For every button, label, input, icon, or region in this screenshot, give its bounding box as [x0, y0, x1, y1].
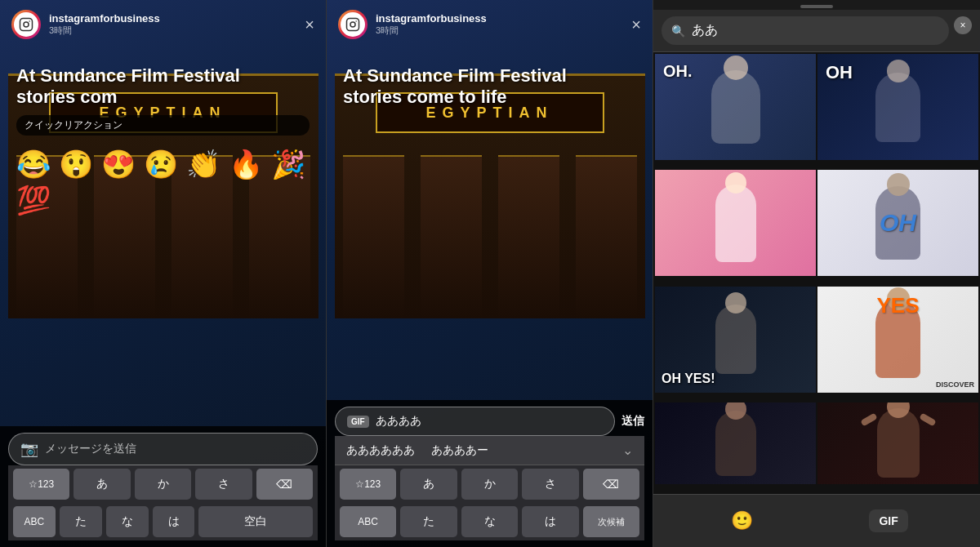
gif-search-header: 🔍 ああ ×: [653, 10, 980, 52]
svg-point-4: [350, 22, 355, 27]
ig-logo: [14, 12, 38, 37]
gif-label-4: OH: [880, 209, 916, 237]
gif-cell-1[interactable]: OH.: [655, 54, 816, 160]
story-bottom-1: 📷 メッセージを送信 ☆123 あ か さ ⌫ ABC た な は 空白: [0, 426, 326, 547]
story-panel-1: EGYPTIAN instagramforbusiness 3時間: [0, 0, 327, 547]
svg-rect-0: [20, 19, 33, 31]
kb-row-2-2: ABC た な は 次候補: [335, 503, 644, 540]
theatre-columns-2: [343, 155, 637, 318]
gif-footer: 🙂 GIF: [653, 494, 980, 547]
gif-button[interactable]: GIF: [869, 509, 907, 532]
kb-key-2-a[interactable]: あ: [400, 469, 457, 500]
story-user-info-1: instagramforbusiness 3時間: [49, 12, 296, 37]
kb-key-ha[interactable]: は: [153, 506, 195, 537]
gif-cell-3[interactable]: [655, 170, 816, 276]
kb-row-2: ABC た な は 空白: [8, 503, 318, 540]
story-user-info-2: instagramforbusiness 3時間: [376, 12, 623, 37]
kb-key-space[interactable]: 空白: [198, 506, 313, 537]
theatre-col-2c: [498, 155, 559, 318]
gif-search-bar[interactable]: 🔍 ああ: [662, 16, 949, 45]
gif-input-row: GIF ああああ 送信: [335, 407, 644, 436]
svg-point-1: [24, 22, 29, 27]
story-close-1[interactable]: ×: [305, 16, 314, 34]
gif-search-input[interactable]: ああ: [692, 22, 939, 39]
story-header-2: instagramforbusiness 3時間 ×: [327, 0, 653, 49]
gif-cell-7[interactable]: [655, 402, 816, 484]
emoji-heart-eyes[interactable]: 😍: [101, 150, 136, 178]
kb-key-2-ha[interactable]: は: [522, 506, 578, 537]
keyboard-2: ☆123 あ か さ ⌫ ABC た な は 次候補: [335, 465, 644, 540]
svg-point-5: [355, 20, 357, 22]
story-title-2-line2: stories come to life: [343, 87, 636, 108]
kb-key-2-abc[interactable]: ABC: [340, 506, 396, 537]
svg-point-2: [29, 20, 30, 22]
kb-key-backspace[interactable]: ⌫: [256, 469, 313, 500]
kb-key-2-na[interactable]: な: [461, 506, 518, 537]
gif-clear-button[interactable]: ×: [954, 16, 972, 34]
story-time-1: 3時間: [49, 24, 296, 37]
gif-cell-2[interactable]: OH: [817, 54, 978, 160]
kb-key-ka[interactable]: か: [135, 469, 191, 500]
autocomplete-item-1[interactable]: ああああああ: [346, 443, 415, 458]
story-title-line1: At Sundance Film Festival: [16, 65, 310, 87]
theatre-col-2d: [576, 155, 637, 318]
kb-key-ta[interactable]: た: [60, 506, 102, 537]
kb-key-2-ka[interactable]: か: [461, 469, 518, 500]
gif-input-text[interactable]: ああああ: [376, 414, 421, 429]
gif-input-box[interactable]: GIF ああああ: [335, 407, 615, 436]
story-avatar-1: [11, 10, 41, 39]
gif-label-5: OH YES!: [662, 371, 715, 386]
ig-logo-2: [341, 12, 365, 37]
kb-key-sa[interactable]: さ: [195, 469, 252, 500]
story-bottom-2: GIF ああああ 送信 ああああああ ああああー ⌄ ☆123 あ か さ ⌫: [327, 400, 653, 547]
story-title-1: At Sundance Film Festival stories com: [16, 65, 310, 109]
gif-cell-8[interactable]: [817, 402, 978, 484]
send-button[interactable]: 送信: [621, 414, 644, 429]
search-icon: 🔍: [671, 24, 685, 38]
message-placeholder: メッセージを送信: [45, 442, 305, 456]
emoji-fire[interactable]: 🔥: [229, 150, 263, 178]
story-text-2: At Sundance Film Festival stories come t…: [327, 49, 653, 109]
emoji-reactions: 😂 😲 😍 😢 👏 🔥 🎉 💯: [0, 142, 326, 222]
gif-thumb-1: OH.: [655, 54, 816, 160]
chevron-down-icon[interactable]: ⌄: [622, 442, 633, 458]
gif-grid: OH. OH: [653, 52, 980, 494]
autocomplete-row: ああああああ ああああー ⌄: [335, 436, 644, 465]
emoji-clap[interactable]: 👏: [186, 150, 220, 178]
emoji-laughing[interactable]: 😂: [16, 150, 51, 178]
emoji-party[interactable]: 🎉: [271, 150, 305, 178]
kb-key-abc[interactable]: ABC: [13, 506, 56, 537]
gif-cell-5[interactable]: OH YES!: [655, 287, 816, 393]
kb-key-2-backspace[interactable]: ⌫: [583, 469, 639, 500]
svg-rect-3: [347, 19, 359, 31]
story-close-2[interactable]: ×: [631, 16, 641, 34]
message-input-row[interactable]: 📷 メッセージを送信: [8, 433, 318, 465]
kb-key-2-sa[interactable]: さ: [522, 469, 578, 500]
kb-key-2-next[interactable]: 次候補: [583, 506, 639, 537]
kb-row-2-1: ☆123 あ か さ ⌫: [335, 465, 644, 503]
emoji-surprised[interactable]: 😲: [59, 150, 93, 178]
story-time-2: 3時間: [376, 24, 623, 37]
gif-badge: GIF: [347, 416, 369, 428]
emoji-100[interactable]: 💯: [16, 186, 51, 214]
kb-key-123[interactable]: ☆123: [13, 469, 69, 500]
gif-cell-6[interactable]: YES DISCOVER: [817, 287, 978, 393]
theatre-col-2a: [343, 155, 404, 318]
sticker-icon[interactable]: 🙂: [725, 505, 758, 537]
gif-cell-4[interactable]: OH: [817, 170, 978, 276]
emoji-crying[interactable]: 😢: [144, 150, 178, 178]
kb-key-na[interactable]: な: [106, 506, 149, 537]
kb-key-a[interactable]: あ: [74, 469, 130, 500]
camera-icon: 📷: [20, 440, 38, 458]
kb-row-1: ☆123 あ か さ ⌫: [8, 465, 318, 503]
story-title-line2: stories com: [16, 87, 310, 108]
gif-label-2: OH: [826, 62, 853, 83]
gif-discover: DISCOVER: [936, 380, 974, 389]
kb-key-2-123[interactable]: ☆123: [340, 469, 396, 500]
autocomplete-item-2[interactable]: ああああー: [431, 443, 488, 458]
story-username-2: instagramforbusiness: [376, 12, 623, 24]
kb-key-2-ta[interactable]: た: [400, 506, 457, 537]
quick-action-tooltip: クイックリアクション: [16, 115, 310, 136]
gif-label-1: OH.: [663, 62, 693, 81]
drag-handle[interactable]: [800, 5, 833, 8]
